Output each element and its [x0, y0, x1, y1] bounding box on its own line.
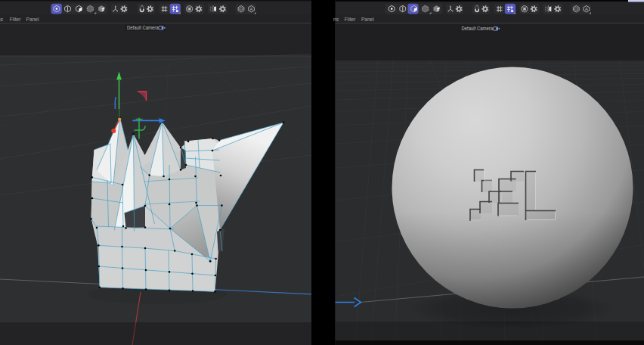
svg-text:Panel: Panel [361, 17, 374, 22]
svg-text:Default Camera: Default Camera [127, 25, 159, 30]
svg-text:Filter: Filter [10, 17, 21, 22]
svg-text:ns: ns [333, 17, 339, 22]
svg-text:Panel: Panel [26, 17, 39, 22]
svg-text:ns: ns [0, 17, 4, 22]
svg-text:Default Camera: Default Camera [462, 26, 494, 31]
svg-text:Filter: Filter [345, 17, 356, 22]
